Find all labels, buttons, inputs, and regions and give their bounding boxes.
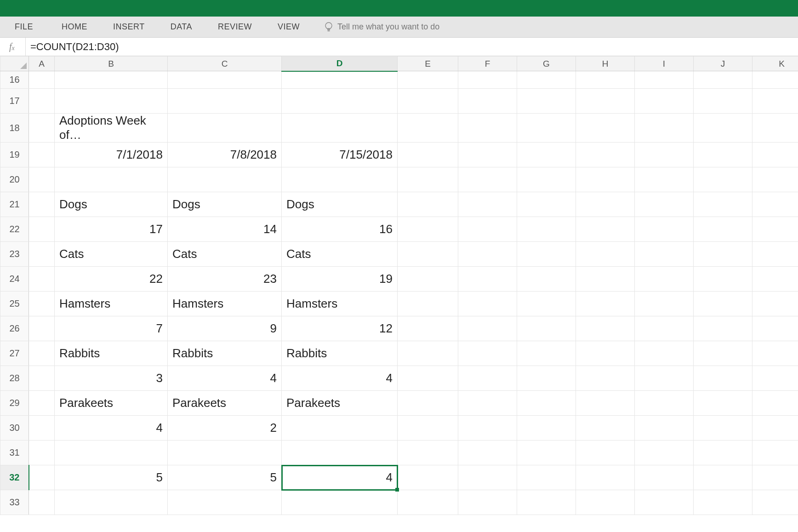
cell-J25[interactable] — [694, 292, 752, 316]
cell-D22[interactable]: 16 — [282, 217, 398, 242]
cell-I18[interactable] — [635, 114, 694, 143]
cell-E18[interactable] — [398, 114, 458, 143]
row-header-33[interactable]: 33 — [0, 490, 29, 515]
cell-B25[interactable]: Hamsters — [55, 292, 168, 316]
cell-F24[interactable] — [458, 267, 517, 292]
cell-G29[interactable] — [517, 391, 576, 416]
cell-D21[interactable]: Dogs — [282, 192, 398, 217]
cell-K22[interactable] — [752, 217, 798, 242]
cell-H18[interactable] — [576, 114, 635, 143]
cell-H24[interactable] — [576, 267, 635, 292]
cell-F26[interactable] — [458, 316, 517, 341]
cell-K19[interactable] — [752, 143, 798, 167]
cell-F28[interactable] — [458, 366, 517, 391]
cell-B29[interactable]: Parakeets — [55, 391, 168, 416]
tab-home[interactable]: HOME — [49, 17, 100, 37]
tab-insert[interactable]: INSERT — [100, 17, 158, 37]
col-header-D[interactable]: D — [282, 57, 398, 71]
cell-H19[interactable] — [576, 143, 635, 167]
cell-E33[interactable] — [398, 490, 458, 515]
spreadsheet-grid[interactable]: A B C D E F G H I J K 161718Adoptions We… — [0, 56, 798, 515]
row-header-21[interactable]: 21 — [0, 192, 29, 217]
cell-I27[interactable] — [635, 341, 694, 366]
cell-C20[interactable] — [168, 167, 282, 192]
cell-B30[interactable]: 4 — [55, 416, 168, 440]
cell-G27[interactable] — [517, 341, 576, 366]
cell-K20[interactable] — [752, 167, 798, 192]
cell-D32[interactable]: 4 — [282, 465, 398, 490]
row-header-20[interactable]: 20 — [0, 167, 29, 192]
row-header-26[interactable]: 26 — [0, 316, 29, 341]
cell-D18[interactable] — [282, 114, 398, 143]
select-all-corner[interactable] — [0, 57, 29, 71]
row-header-32[interactable]: 32 — [0, 465, 29, 490]
cell-A28[interactable] — [29, 366, 55, 391]
cell-G23[interactable] — [517, 242, 576, 267]
cell-C25[interactable]: Hamsters — [168, 292, 282, 316]
cell-E21[interactable] — [398, 192, 458, 217]
cell-C27[interactable]: Rabbits — [168, 341, 282, 366]
cell-J26[interactable] — [694, 316, 752, 341]
cell-G17[interactable] — [517, 89, 576, 114]
row-header-24[interactable]: 24 — [0, 267, 29, 292]
cell-F29[interactable] — [458, 391, 517, 416]
cell-K23[interactable] — [752, 242, 798, 267]
cell-E19[interactable] — [398, 143, 458, 167]
tab-review[interactable]: REVIEW — [205, 17, 265, 37]
col-header-G[interactable]: G — [517, 57, 576, 71]
cell-B21[interactable]: Dogs — [55, 192, 168, 217]
cell-B31[interactable] — [55, 440, 168, 465]
cell-F23[interactable] — [458, 242, 517, 267]
cell-C18[interactable] — [168, 114, 282, 143]
cell-I22[interactable] — [635, 217, 694, 242]
cell-H16[interactable] — [576, 71, 635, 89]
cell-G32[interactable] — [517, 465, 576, 490]
cell-A18[interactable] — [29, 114, 55, 143]
cell-J31[interactable] — [694, 440, 752, 465]
cell-J20[interactable] — [694, 167, 752, 192]
cell-G26[interactable] — [517, 316, 576, 341]
cell-G25[interactable] — [517, 292, 576, 316]
cell-F18[interactable] — [458, 114, 517, 143]
cell-J23[interactable] — [694, 242, 752, 267]
cell-I28[interactable] — [635, 366, 694, 391]
row-header-28[interactable]: 28 — [0, 366, 29, 391]
cell-K26[interactable] — [752, 316, 798, 341]
cell-E22[interactable] — [398, 217, 458, 242]
row-header-17[interactable]: 17 — [0, 89, 29, 114]
cell-F16[interactable] — [458, 71, 517, 89]
cell-A22[interactable] — [29, 217, 55, 242]
cell-F20[interactable] — [458, 167, 517, 192]
cell-E30[interactable] — [398, 416, 458, 440]
cell-C29[interactable]: Parakeets — [168, 391, 282, 416]
cell-C30[interactable]: 2 — [168, 416, 282, 440]
cell-E29[interactable] — [398, 391, 458, 416]
col-header-A[interactable]: A — [29, 57, 55, 71]
cell-G18[interactable] — [517, 114, 576, 143]
cell-G31[interactable] — [517, 440, 576, 465]
formula-input[interactable] — [26, 41, 798, 53]
cell-B26[interactable]: 7 — [55, 316, 168, 341]
cell-H21[interactable] — [576, 192, 635, 217]
row-header-30[interactable]: 30 — [0, 416, 29, 440]
col-header-B[interactable]: B — [55, 57, 168, 71]
tell-me-search[interactable]: Tell me what you want to do — [313, 22, 439, 32]
cell-G22[interactable] — [517, 217, 576, 242]
col-header-E[interactable]: E — [398, 57, 458, 71]
cell-K17[interactable] — [752, 89, 798, 114]
cell-B16[interactable] — [55, 71, 168, 89]
cell-C17[interactable] — [168, 89, 282, 114]
cell-C21[interactable]: Dogs — [168, 192, 282, 217]
cell-D31[interactable] — [282, 440, 398, 465]
cell-K25[interactable] — [752, 292, 798, 316]
cell-H33[interactable] — [576, 490, 635, 515]
cell-B23[interactable]: Cats — [55, 242, 168, 267]
cell-E31[interactable] — [398, 440, 458, 465]
cell-G21[interactable] — [517, 192, 576, 217]
cell-K30[interactable] — [752, 416, 798, 440]
cell-B17[interactable] — [55, 89, 168, 114]
cell-H17[interactable] — [576, 89, 635, 114]
col-header-C[interactable]: C — [168, 57, 282, 71]
cell-D27[interactable]: Rabbits — [282, 341, 398, 366]
cell-C28[interactable]: 4 — [168, 366, 282, 391]
